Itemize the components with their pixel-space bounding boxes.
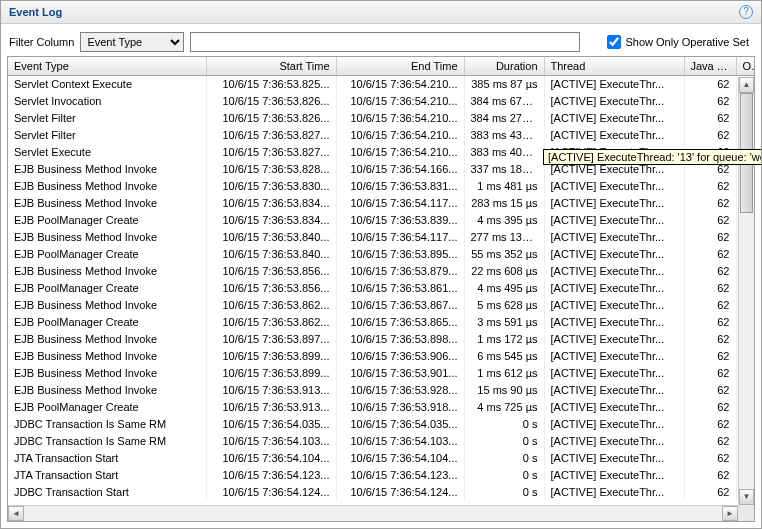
table-row[interactable]: EJB Business Method Invoke10/6/15 7:36:5… bbox=[8, 297, 754, 314]
cell-start-time: 10/6/15 7:36:54.123... bbox=[206, 467, 336, 484]
col-os[interactable]: OS bbox=[736, 57, 754, 76]
table-row[interactable]: JDBC Transaction Start10/6/15 7:36:54.12… bbox=[8, 484, 754, 501]
table-row[interactable]: EJB Business Method Invoke10/6/15 7:36:5… bbox=[8, 195, 754, 212]
cell-thread: [ACTIVE] ExecuteThr... bbox=[544, 212, 684, 229]
table-row[interactable]: JDBC Transaction Is Same RM10/6/15 7:36:… bbox=[8, 433, 754, 450]
cell-event-type: EJB PoolManager Create bbox=[8, 280, 206, 297]
cell-java-thread: 62 bbox=[684, 110, 736, 127]
table-row[interactable]: JTA Transaction Start10/6/15 7:36:54.123… bbox=[8, 467, 754, 484]
scroll-corner bbox=[738, 505, 754, 521]
cell-end-time: 10/6/15 7:36:54.124... bbox=[336, 484, 464, 501]
table-row[interactable]: EJB Business Method Invoke10/6/15 7:36:5… bbox=[8, 382, 754, 399]
cell-start-time: 10/6/15 7:36:53.828... bbox=[206, 161, 336, 178]
cell-end-time: 10/6/15 7:36:53.901... bbox=[336, 365, 464, 382]
col-java-thread[interactable]: Java Th... bbox=[684, 57, 736, 76]
thread-tooltip: [ACTIVE] ExecuteThread: '13' for queue: … bbox=[543, 149, 762, 165]
horizontal-scrollbar[interactable]: ◄ ► bbox=[8, 505, 738, 521]
table-row[interactable]: EJB Business Method Invoke10/6/15 7:36:5… bbox=[8, 229, 754, 246]
table-row[interactable]: EJB PoolManager Create10/6/15 7:36:53.86… bbox=[8, 314, 754, 331]
cell-thread: [ACTIVE] ExecuteThr... bbox=[544, 195, 684, 212]
help-icon[interactable]: ? bbox=[739, 5, 753, 19]
cell-java-thread: 62 bbox=[684, 467, 736, 484]
cell-event-type: EJB Business Method Invoke bbox=[8, 365, 206, 382]
vertical-scrollbar[interactable]: ▲ ▼ bbox=[738, 77, 754, 505]
cell-end-time: 10/6/15 7:36:54.103... bbox=[336, 433, 464, 450]
cell-start-time: 10/6/15 7:36:53.830... bbox=[206, 178, 336, 195]
scroll-up-button[interactable]: ▲ bbox=[739, 77, 754, 93]
filter-text-input[interactable] bbox=[190, 32, 580, 52]
cell-end-time: 10/6/15 7:36:54.210... bbox=[336, 93, 464, 110]
table-row[interactable]: EJB PoolManager Create10/6/15 7:36:53.85… bbox=[8, 280, 754, 297]
col-duration[interactable]: Duration bbox=[464, 57, 544, 76]
table-row[interactable]: JTA Transaction Start10/6/15 7:36:54.104… bbox=[8, 450, 754, 467]
cell-java-thread: 62 bbox=[684, 348, 736, 365]
cell-thread: [ACTIVE] ExecuteThr... bbox=[544, 127, 684, 144]
scroll-left-button[interactable]: ◄ bbox=[8, 506, 24, 521]
cell-end-time: 10/6/15 7:36:54.210... bbox=[336, 144, 464, 161]
cell-duration: 283 ms 15 µs bbox=[464, 195, 544, 212]
cell-java-thread: 62 bbox=[684, 280, 736, 297]
cell-thread: [ACTIVE] ExecuteThr... bbox=[544, 399, 684, 416]
table-row[interactable]: Servlet Invocation10/6/15 7:36:53.826...… bbox=[8, 93, 754, 110]
col-end-time[interactable]: End Time bbox=[336, 57, 464, 76]
cell-duration: 384 ms 671 µs bbox=[464, 93, 544, 110]
cell-event-type: EJB Business Method Invoke bbox=[8, 161, 206, 178]
cell-event-type: JDBC Transaction Start bbox=[8, 484, 206, 501]
cell-end-time: 10/6/15 7:36:53.865... bbox=[336, 314, 464, 331]
cell-java-thread: 62 bbox=[684, 212, 736, 229]
table-row[interactable]: Servlet Filter10/6/15 7:36:53.827...10/6… bbox=[8, 127, 754, 144]
cell-end-time: 10/6/15 7:36:54.123... bbox=[336, 467, 464, 484]
cell-end-time: 10/6/15 7:36:54.210... bbox=[336, 110, 464, 127]
table-row[interactable]: EJB PoolManager Create10/6/15 7:36:53.91… bbox=[8, 399, 754, 416]
cell-event-type: Servlet Filter bbox=[8, 127, 206, 144]
cell-duration: 3 ms 591 µs bbox=[464, 314, 544, 331]
cell-thread: [ACTIVE] ExecuteThr... bbox=[544, 314, 684, 331]
cell-event-type: EJB Business Method Invoke bbox=[8, 229, 206, 246]
cell-java-thread: 62 bbox=[684, 484, 736, 501]
col-start-time[interactable]: Start Time bbox=[206, 57, 336, 76]
cell-start-time: 10/6/15 7:36:54.035... bbox=[206, 416, 336, 433]
table-row[interactable]: EJB Business Method Invoke10/6/15 7:36:5… bbox=[8, 348, 754, 365]
col-event-type[interactable]: Event Type bbox=[8, 57, 206, 76]
table-row[interactable]: EJB PoolManager Create10/6/15 7:36:53.83… bbox=[8, 212, 754, 229]
scroll-right-button[interactable]: ► bbox=[722, 506, 738, 521]
cell-duration: 337 ms 185 µs bbox=[464, 161, 544, 178]
cell-java-thread: 62 bbox=[684, 416, 736, 433]
table-row[interactable]: EJB Business Method Invoke10/6/15 7:36:5… bbox=[8, 365, 754, 382]
filter-column-label: Filter Column bbox=[9, 36, 74, 48]
cell-duration: 0 s bbox=[464, 433, 544, 450]
cell-end-time: 10/6/15 7:36:53.928... bbox=[336, 382, 464, 399]
cell-thread: [ACTIVE] ExecuteThr... bbox=[544, 382, 684, 399]
cell-event-type: Servlet Filter bbox=[8, 110, 206, 127]
cell-duration: 383 ms 404 µs bbox=[464, 144, 544, 161]
cell-event-type: EJB PoolManager Create bbox=[8, 246, 206, 263]
cell-event-type: EJB Business Method Invoke bbox=[8, 297, 206, 314]
table-row[interactable]: EJB Business Method Invoke10/6/15 7:36:5… bbox=[8, 178, 754, 195]
table-row[interactable]: EJB PoolManager Create10/6/15 7:36:53.84… bbox=[8, 246, 754, 263]
cell-event-type: EJB Business Method Invoke bbox=[8, 195, 206, 212]
table-row[interactable]: Servlet Context Execute10/6/15 7:36:53.8… bbox=[8, 76, 754, 93]
cell-start-time: 10/6/15 7:36:53.834... bbox=[206, 212, 336, 229]
cell-duration: 1 ms 172 µs bbox=[464, 331, 544, 348]
col-thread[interactable]: Thread bbox=[544, 57, 684, 76]
cell-end-time: 10/6/15 7:36:53.861... bbox=[336, 280, 464, 297]
cell-thread: [ACTIVE] ExecuteThr... bbox=[544, 110, 684, 127]
show-only-operative-label: Show Only Operative Set bbox=[625, 36, 749, 48]
filter-column-select[interactable]: Event Type bbox=[80, 32, 184, 52]
filter-row: Filter Column Event Type Show Only Opera… bbox=[1, 24, 761, 60]
table-row[interactable]: EJB Business Method Invoke10/6/15 7:36:5… bbox=[8, 263, 754, 280]
cell-thread: [ACTIVE] ExecuteThr... bbox=[544, 484, 684, 501]
cell-start-time: 10/6/15 7:36:54.104... bbox=[206, 450, 336, 467]
scroll-down-button[interactable]: ▼ bbox=[739, 489, 754, 505]
table-row[interactable]: Servlet Filter10/6/15 7:36:53.826...10/6… bbox=[8, 110, 754, 127]
cell-duration: 4 ms 395 µs bbox=[464, 212, 544, 229]
show-only-operative-input[interactable] bbox=[607, 35, 621, 49]
cell-java-thread: 62 bbox=[684, 229, 736, 246]
cell-java-thread: 62 bbox=[684, 399, 736, 416]
panel-title: Event Log bbox=[9, 6, 62, 18]
event-table-container: Event Type Start Time End Time Duration … bbox=[7, 56, 755, 522]
cell-start-time: 10/6/15 7:36:53.827... bbox=[206, 127, 336, 144]
table-row[interactable]: EJB Business Method Invoke10/6/15 7:36:5… bbox=[8, 331, 754, 348]
table-row[interactable]: JDBC Transaction Is Same RM10/6/15 7:36:… bbox=[8, 416, 754, 433]
show-only-operative-checkbox[interactable]: Show Only Operative Set bbox=[607, 35, 753, 49]
